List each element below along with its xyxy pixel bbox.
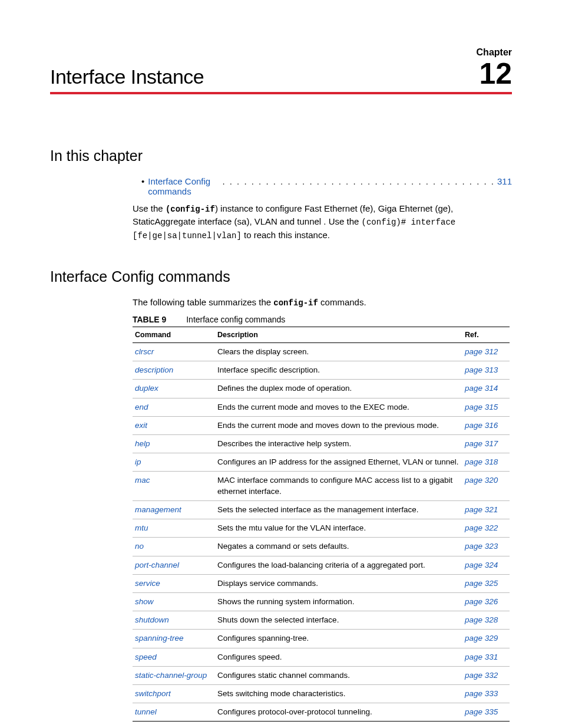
command-description: Clears the display screen. bbox=[215, 342, 462, 361]
command-description: Sets the mtu value for the VLAN interfac… bbox=[215, 519, 462, 538]
page-ref-link[interactable]: page 332 bbox=[465, 671, 498, 680]
text-fragment: commands. bbox=[318, 297, 366, 307]
table-title: Interface config commands bbox=[186, 315, 285, 324]
command-description: Describes the interactive help system. bbox=[215, 434, 462, 453]
table-row: duplexDefines the duplex mode of operati… bbox=[133, 380, 510, 398]
command-link[interactable]: help bbox=[135, 439, 150, 448]
table-row: helpDescribes the interactive help syste… bbox=[133, 434, 510, 453]
command-description: Ends the current mode and moves to the E… bbox=[215, 398, 462, 416]
command-link[interactable]: ip bbox=[135, 457, 141, 466]
page-ref-link[interactable]: page 315 bbox=[465, 403, 498, 411]
chapter-rule bbox=[50, 92, 512, 94]
page-ref-link[interactable]: page 323 bbox=[465, 542, 498, 551]
page-ref-link[interactable]: page 325 bbox=[465, 579, 498, 588]
page-ref-link[interactable]: page 313 bbox=[465, 365, 498, 374]
command-description: Sets the selected interface as the manag… bbox=[215, 500, 462, 519]
code-fragment: (config-if bbox=[166, 205, 215, 214]
command-link[interactable]: service bbox=[135, 579, 160, 588]
page-ref-link[interactable]: page 326 bbox=[465, 597, 498, 606]
command-description: Defines the duplex mode of operation. bbox=[215, 380, 462, 398]
command-link[interactable]: duplex bbox=[135, 384, 158, 393]
command-link[interactable]: tunnel bbox=[135, 707, 157, 716]
col-header-ref: Ref. bbox=[462, 327, 510, 342]
table-row: macMAC interface commands to configure M… bbox=[133, 472, 510, 500]
page-ref-link[interactable]: page 318 bbox=[465, 457, 498, 466]
command-link[interactable]: management bbox=[135, 505, 181, 514]
table-row: tunnelConfigures protocol-over-protocol … bbox=[133, 703, 510, 722]
code-fragment: config-if bbox=[273, 298, 318, 308]
section-heading-interface-config: Interface Config commands bbox=[50, 268, 512, 285]
text-fragment: to reach this instance. bbox=[242, 230, 330, 240]
page-ref-link[interactable]: page 321 bbox=[465, 505, 498, 514]
page-ref-link[interactable]: page 331 bbox=[465, 653, 498, 661]
text-fragment: The following table summarizes the bbox=[133, 297, 273, 307]
command-description: Configures spanning-tree. bbox=[215, 630, 462, 648]
table-header-row: Command Description Ref. bbox=[133, 327, 510, 342]
table-row: ipConfigures an IP address for the assig… bbox=[133, 453, 510, 472]
toc-link[interactable]: Interface Config commands bbox=[148, 176, 220, 196]
col-header-description: Description bbox=[215, 327, 462, 342]
table-row: showShows the running system information… bbox=[133, 592, 510, 611]
command-link[interactable]: speed bbox=[135, 653, 157, 661]
page-ref-link[interactable]: page 317 bbox=[465, 439, 498, 448]
table-row: managementSets the selected interface as… bbox=[133, 500, 510, 519]
table-row: noNegates a command or sets defaults.pag… bbox=[133, 538, 510, 556]
chapter-title-row: Interface Instance 12 bbox=[50, 59, 512, 88]
page-ref-link[interactable]: page 333 bbox=[465, 689, 498, 698]
command-description: Configures speed. bbox=[215, 648, 462, 666]
command-link[interactable]: description bbox=[135, 365, 173, 374]
command-link[interactable]: clrscr bbox=[135, 347, 154, 356]
intro-paragraph: Use the (config-if) instance to configur… bbox=[133, 202, 512, 242]
command-link[interactable]: static-channel-group bbox=[135, 671, 207, 680]
toc-entry: • Interface Config commands . . . . . . … bbox=[141, 176, 512, 196]
command-link[interactable]: switchport bbox=[135, 689, 171, 698]
command-description: Shuts down the selected interface. bbox=[215, 611, 462, 630]
chapter-number: 12 bbox=[479, 59, 512, 88]
table-row: port-channelConfigures the load-balancin… bbox=[133, 556, 510, 574]
table-row: exitEnds the current mode and moves down… bbox=[133, 416, 510, 434]
col-header-command: Command bbox=[133, 327, 215, 342]
command-description: Negates a command or sets defaults. bbox=[215, 538, 462, 556]
command-description: Interface specific description. bbox=[215, 361, 462, 380]
command-link[interactable]: exit bbox=[135, 421, 147, 430]
page-ref-link[interactable]: page 320 bbox=[465, 476, 498, 485]
page-ref-link[interactable]: page 322 bbox=[465, 523, 498, 532]
command-description: Configures static channel commands. bbox=[215, 666, 462, 684]
commands-table: Command Description Ref. clrscrClears th… bbox=[133, 327, 510, 722]
chapter-label: Chapter bbox=[50, 47, 512, 58]
command-description: Sets switching mode characteristics. bbox=[215, 685, 462, 703]
command-link[interactable]: port-channel bbox=[135, 561, 179, 569]
text-fragment: Use the bbox=[133, 203, 166, 213]
command-link[interactable]: mtu bbox=[135, 523, 148, 532]
table-label: TABLE 9 bbox=[133, 315, 166, 324]
page-ref-link[interactable]: page 329 bbox=[465, 634, 498, 643]
page-ref-link[interactable]: page 316 bbox=[465, 421, 498, 430]
toc-page[interactable]: 311 bbox=[497, 176, 512, 186]
command-description: MAC interface commands to configure MAC … bbox=[215, 472, 462, 500]
command-link[interactable]: spanning-tree bbox=[135, 634, 184, 643]
chapter-header: Chapter Interface Instance 12 bbox=[50, 47, 512, 94]
command-link[interactable]: no bbox=[135, 542, 144, 551]
table-row: speedConfigures speed.page 331 bbox=[133, 648, 510, 666]
table-row: mtuSets the mtu value for the VLAN inter… bbox=[133, 519, 510, 538]
command-description: Configures the load-balancing criteria o… bbox=[215, 556, 462, 574]
page-ref-link[interactable]: page 324 bbox=[465, 561, 498, 569]
table-intro: The following table summarizes the confi… bbox=[133, 297, 512, 308]
page-ref-link[interactable]: page 312 bbox=[465, 347, 498, 356]
table-row: shutdownShuts down the selected interfac… bbox=[133, 611, 510, 630]
command-link[interactable]: end bbox=[135, 403, 148, 411]
page-ref-link[interactable]: page 314 bbox=[465, 384, 498, 393]
command-description: Ends the current mode and moves down to … bbox=[215, 416, 462, 434]
command-link[interactable]: mac bbox=[135, 476, 150, 485]
table-row: clrscrClears the display screen.page 312 bbox=[133, 342, 510, 361]
table-caption: TABLE 9 Interface config commands bbox=[133, 315, 512, 324]
table-row: spanning-treeConfigures spanning-tree.pa… bbox=[133, 630, 510, 648]
command-description: Configures protocol-over-protocol tunnel… bbox=[215, 703, 462, 722]
command-link[interactable]: shutdown bbox=[135, 615, 169, 624]
table-row: switchportSets switching mode characteri… bbox=[133, 685, 510, 703]
page-ref-link[interactable]: page 328 bbox=[465, 615, 498, 624]
page-ref-link[interactable]: page 335 bbox=[465, 707, 498, 716]
command-description: Displays service commands. bbox=[215, 574, 462, 592]
command-link[interactable]: show bbox=[135, 597, 154, 606]
command-description: Shows the running system information. bbox=[215, 592, 462, 611]
